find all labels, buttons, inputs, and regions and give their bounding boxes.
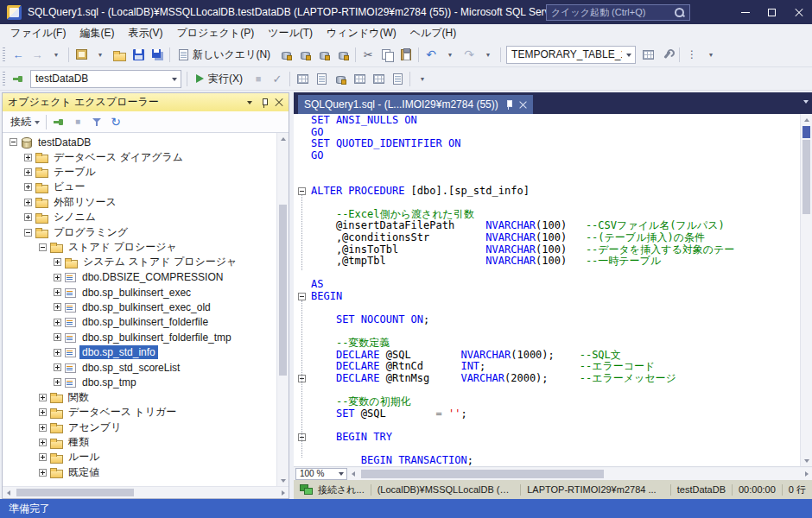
- scroll-left-icon[interactable]: [347, 468, 359, 480]
- tree-item[interactable]: testDataDB: [3, 135, 276, 149]
- scroll-up-icon[interactable]: [277, 133, 289, 145]
- close-tab-icon[interactable]: [519, 101, 527, 109]
- combo-dropdown-icon[interactable]: [622, 47, 635, 63]
- close-button[interactable]: [785, 0, 812, 24]
- close-panel-icon[interactable]: [271, 95, 286, 110]
- database-combo[interactable]: testDataDB: [30, 70, 181, 88]
- scroll-right-icon[interactable]: [276, 487, 289, 499]
- expand-icon[interactable]: [39, 408, 47, 416]
- display-estimated-plan-icon[interactable]: [294, 69, 311, 88]
- scrollbar-thumb[interactable]: [279, 205, 287, 376]
- expand-icon[interactable]: [54, 333, 61, 341]
- redo-dropdown-icon[interactable]: ▼: [479, 45, 497, 64]
- tree-item[interactable]: dbo.sp_bulkinsert_exec: [3, 285, 276, 300]
- menu-item[interactable]: ツール(T): [261, 24, 320, 42]
- quick-launch-input[interactable]: クイック起動 (Ctrl+Q): [546, 4, 690, 21]
- expand-icon[interactable]: [54, 274, 61, 281]
- combo-dropdown-icon[interactable]: [168, 71, 181, 87]
- new-project-icon[interactable]: [73, 45, 90, 64]
- collapse-icon[interactable]: [24, 229, 32, 237]
- zoom-combo[interactable]: 100 %: [295, 468, 347, 480]
- menu-item[interactable]: ファイル(F): [3, 24, 73, 42]
- window-position-dropdown-icon[interactable]: [242, 95, 257, 110]
- tree-item[interactable]: dbo.sp_tmp: [3, 375, 276, 389]
- properties-window-icon[interactable]: [658, 45, 676, 64]
- nav-back-icon[interactable]: ←: [10, 45, 27, 64]
- expand-icon[interactable]: [54, 349, 61, 357]
- scroll-down-icon[interactable]: [801, 454, 812, 466]
- collapse-icon[interactable]: [39, 243, 47, 251]
- menu-item[interactable]: 編集(E): [73, 24, 121, 42]
- tree-item[interactable]: dbo.sp_std_info: [3, 344, 276, 359]
- expand-icon[interactable]: [24, 213, 32, 221]
- undo-icon[interactable]: ↶: [422, 45, 440, 64]
- tree-item[interactable]: シノニム: [3, 210, 276, 224]
- expand-icon[interactable]: [24, 168, 32, 176]
- scrollbar-thumb[interactable]: [16, 489, 134, 496]
- expand-icon[interactable]: [54, 319, 61, 326]
- tree-item[interactable]: dbo.sp_bulkinsert_exec_old: [3, 300, 276, 314]
- tree-item[interactable]: データベース トリガー: [3, 405, 276, 420]
- cut-icon[interactable]: ✂: [359, 45, 377, 64]
- tree-item[interactable]: データベース ダイアグラム: [3, 149, 276, 164]
- tree-vertical-scrollbar[interactable]: [276, 133, 289, 486]
- zoom-dropdown-icon[interactable]: [336, 469, 346, 478]
- editor-horizontal-scrollbar[interactable]: [347, 468, 812, 480]
- open-file-icon[interactable]: [111, 45, 128, 64]
- mdx-query-icon[interactable]: [296, 45, 314, 64]
- database-engine-query-icon[interactable]: [277, 45, 295, 64]
- tree-item[interactable]: 関数: [3, 390, 276, 405]
- scrollbar-track[interactable]: [15, 487, 276, 498]
- pin-tab-icon[interactable]: [504, 99, 513, 110]
- scrollbar-track[interactable]: [801, 126, 812, 454]
- tree-horizontal-scrollbar[interactable]: [3, 486, 289, 498]
- document-tab[interactable]: SQLQuery1.sql - (L...IMOI29¥m2784 (55)): [298, 95, 533, 114]
- minimize-button[interactable]: [732, 0, 758, 24]
- toolbar-overflow-icon[interactable]: ▼: [414, 69, 431, 88]
- filter-icon[interactable]: [88, 112, 105, 131]
- save-all-icon[interactable]: [149, 45, 166, 64]
- collapse-region-icon[interactable]: [298, 187, 306, 195]
- new-item-dropdown-icon[interactable]: ▼: [92, 45, 109, 64]
- include-actual-plan-icon[interactable]: [351, 69, 368, 88]
- connect-button[interactable]: 接続: [7, 113, 43, 130]
- expand-icon[interactable]: [24, 183, 32, 191]
- sql-object-combo[interactable]: TEMPORARY_TABLE_1: [506, 46, 636, 64]
- intellisense-enabled-icon[interactable]: [332, 69, 349, 88]
- save-icon[interactable]: [130, 45, 147, 64]
- sql-editor[interactable]: SET ANSI_NULLS ONGOSET QUOTED_IDENTIFIER…: [294, 114, 800, 466]
- redo-icon[interactable]: ↷: [460, 45, 478, 64]
- tree-item[interactable]: 種類: [3, 435, 276, 450]
- scroll-right-icon[interactable]: [800, 468, 812, 480]
- tree-item[interactable]: アセンブリ: [3, 420, 276, 434]
- tree-item[interactable]: dbo.sp_bulkinsert_folderfile: [3, 315, 276, 330]
- tree-item[interactable]: dbo.DBSIZE_COMPRESSION: [3, 270, 276, 285]
- toolbar-options-icon[interactable]: ⋮: [683, 45, 701, 64]
- collapse-icon[interactable]: [10, 138, 17, 146]
- scrollbar-thumb[interactable]: [802, 140, 810, 214]
- expand-icon[interactable]: [24, 199, 32, 206]
- tree-item[interactable]: 外部リソース: [3, 195, 276, 210]
- pin-icon[interactable]: [257, 95, 271, 110]
- menu-item[interactable]: ヘルプ(H): [403, 24, 464, 42]
- toolbar-grip[interactable]: [3, 72, 5, 85]
- toolbar-options-dropdown-icon[interactable]: ▼: [702, 45, 720, 64]
- results-to-grid-icon[interactable]: [370, 69, 387, 88]
- change-connection-icon[interactable]: [10, 69, 27, 88]
- paste-icon[interactable]: [397, 45, 415, 64]
- scrollbar-thumb[interactable]: [361, 470, 604, 478]
- results-to-text-icon[interactable]: [389, 69, 406, 88]
- tree-item[interactable]: プログラミング: [3, 224, 276, 239]
- menu-item[interactable]: ウィンドウ(W): [320, 24, 403, 42]
- expand-icon[interactable]: [54, 288, 61, 296]
- tree-item[interactable]: dbo.sp_bulkinsert_folderfile_tmp: [3, 330, 276, 344]
- expand-icon[interactable]: [39, 439, 47, 446]
- expand-icon[interactable]: [24, 154, 32, 161]
- xmla-query-icon[interactable]: [334, 45, 352, 64]
- expand-icon[interactable]: [39, 453, 47, 461]
- menu-item[interactable]: プロジェクト(P): [169, 24, 261, 42]
- parse-query-icon[interactable]: ✓: [269, 69, 286, 88]
- scroll-up-icon[interactable]: [801, 114, 812, 126]
- dmx-query-icon[interactable]: [315, 45, 333, 64]
- expand-icon[interactable]: [54, 303, 61, 311]
